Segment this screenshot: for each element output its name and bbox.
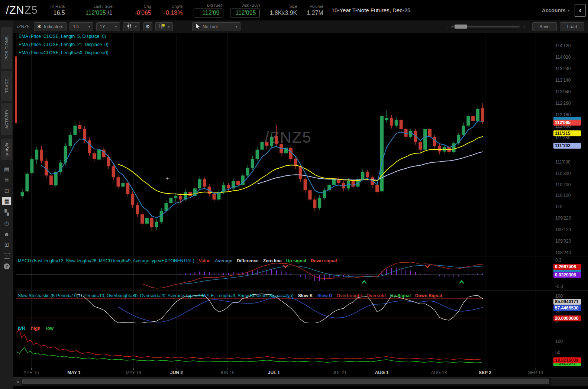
- legend-item: Zero line: [263, 258, 282, 263]
- time-axis-label: MAY 19: [126, 370, 141, 375]
- stoch-study-label: Slow Stochastic (K Period=10, D Period=1…: [18, 293, 294, 298]
- ivr-axis-tick: 100: [555, 339, 563, 344]
- legend-item: Slow K: [298, 293, 313, 298]
- time-axis-tick: [485, 368, 485, 370]
- chart-scrollbar[interactable]: ◂: [13, 377, 588, 386]
- time-axis-tick: [340, 368, 340, 370]
- price-axis-tick: 113'040: [555, 89, 571, 94]
- time-axis-label: JUL 21: [333, 370, 347, 375]
- ivr-label-row[interactable]: IVR high low: [18, 326, 54, 331]
- legend-item: Oversold: [366, 293, 386, 298]
- ivr-high-marker: 18.8216039: [553, 357, 581, 363]
- time-axis-label: AUG 18: [431, 370, 447, 375]
- time-axis-label: JUL 1: [268, 370, 280, 375]
- time-axis-tick: [227, 368, 227, 370]
- price-axis-tick: 110'200: [555, 182, 571, 187]
- time-axis-label: SEP 2: [479, 370, 491, 375]
- price-axis-border: [553, 33, 553, 368]
- time-axis-tick: [274, 368, 274, 370]
- ema50-price-marker: 111'192: [553, 143, 581, 149]
- price-axis-tick: 109'120: [555, 227, 571, 232]
- macd-value-marker: 0.2667406: [553, 264, 581, 270]
- time-axis-tick: [439, 368, 439, 370]
- stoch-oversold-marker: 20.0000000: [553, 315, 581, 321]
- time-axis-tick: [31, 368, 32, 370]
- ema-label: EMA (Price=CLOSE, Length=50, Displace=0): [19, 49, 109, 57]
- price-axis-tick: 110'300: [555, 171, 571, 176]
- legend-item: Down Signal: [415, 293, 442, 298]
- macd-label-row[interactable]: MACD (Fast length=12, Slow length=26, MA…: [18, 258, 337, 263]
- legend-item: Value: [199, 258, 210, 263]
- stoch-d-marker: 57.4465530: [553, 305, 581, 311]
- macd-study-label: MACD (Fast length=12, Slow length=26, MA…: [18, 258, 194, 263]
- time-axis-label: AUG 1: [375, 370, 389, 375]
- price-axis-tick: 114'020: [555, 55, 571, 60]
- legend-item: Average: [215, 258, 232, 263]
- stoch-axis-tick: 100: [555, 294, 563, 299]
- time-axis-tick: [382, 368, 382, 370]
- price-axis-tick: 109'220: [555, 215, 571, 221]
- last-price-marker: 112'095: [553, 120, 581, 126]
- legend-item: Up Signal: [390, 293, 411, 298]
- macd-axis-tick: -0.3: [555, 284, 563, 289]
- time-axis-tick: [536, 368, 536, 370]
- time-axis-label: APR 15: [23, 370, 39, 375]
- chart-canvas[interactable]: [0, 0, 588, 389]
- ivr-study-label: IVR: [18, 326, 25, 331]
- price-axis-tick: 109'020: [555, 239, 571, 244]
- time-axis-label: SEP 14: [528, 370, 543, 375]
- time-axis-label: JUN 2: [170, 370, 183, 375]
- price-axis-tick: 108'240: [555, 250, 571, 255]
- scroll-left-button[interactable]: ◂: [13, 377, 22, 386]
- macd-difference-marker: 0.0320306: [553, 272, 581, 278]
- price-axis-tick: 113'240: [555, 66, 571, 71]
- legend-item: Slow D: [317, 293, 332, 298]
- app-root: /ZNZ5 IV Rank 16.5 Last / Size 112'095 /…: [0, 0, 588, 389]
- price-axis-tick: 112'260: [555, 101, 571, 106]
- stoch-label-row[interactable]: Slow Stochastic (K Period=10, D Period=1…: [18, 293, 442, 298]
- time-axis-label: MAY 1: [67, 370, 80, 375]
- price-axis-tick: 111'080: [555, 159, 571, 165]
- stoch-k-marker: 85.0940171: [553, 299, 581, 305]
- ivr-axis-tick: 50: [555, 350, 560, 355]
- ema-indicator-labels: EMA (Price=CLOSE, Length=5, Displace=0)E…: [19, 32, 109, 57]
- legend-item: Overbought: [337, 293, 362, 298]
- time-axis-border: [13, 368, 588, 368]
- ivr-low-label: low: [46, 326, 54, 331]
- time-axis-tick: [74, 368, 74, 370]
- price-axis-tick: 114'120: [555, 43, 571, 48]
- ema-label: EMA (Price=CLOSE, Length=5, Displace=0): [19, 32, 109, 40]
- legend-item: Difference: [237, 258, 259, 263]
- macd-axis-tick: 0.3: [555, 257, 562, 263]
- ema-label: EMA (Price=CLOSE, Length=21, Displace=0): [19, 40, 109, 49]
- scrollbar-corner: [551, 377, 588, 386]
- price-axis-tick: 110'100: [555, 193, 571, 198]
- price-axis-tick: 113'140: [555, 78, 571, 83]
- scrollbar-thumb[interactable]: [22, 379, 549, 384]
- legend-item: Down signal: [311, 258, 337, 263]
- ivr-high-label: high: [31, 326, 40, 331]
- time-axis-tick: [133, 368, 134, 370]
- ema21-price-marker: 111'315: [553, 130, 581, 136]
- price-axis-tick: 110: [555, 204, 562, 209]
- time-axis-tick: [177, 368, 177, 370]
- legend-item: Up signal: [286, 258, 306, 263]
- time-axis-label: JUN 16: [220, 370, 235, 375]
